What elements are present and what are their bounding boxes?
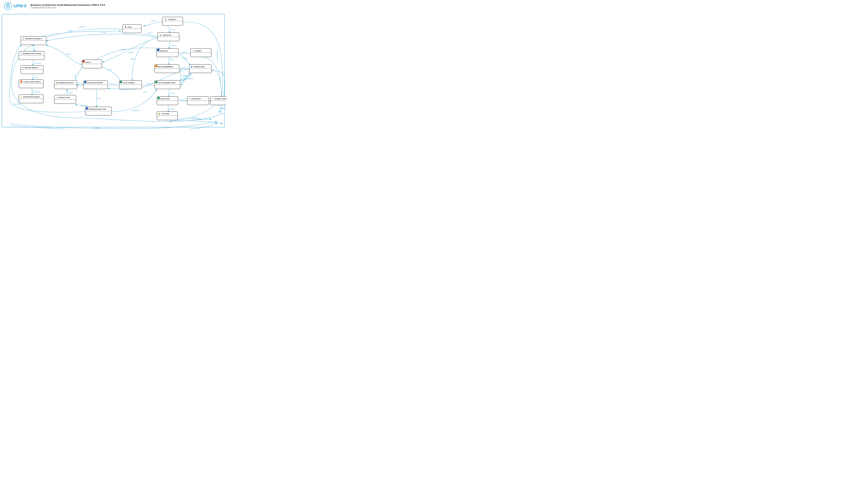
edge-label-contributes: contributes (219, 108, 225, 109)
svg-rect-45 (155, 80, 180, 89)
node-valprop-label: VALUE PROPOSITION (87, 82, 103, 84)
upmx-logo-icon (4, 2, 12, 10)
svg-rect-58 (86, 108, 88, 110)
edge-label-hasinstance-2: has Instance (33, 91, 40, 93)
svg-rect-28 (83, 60, 85, 62)
main-title: Business Architecture Guild Metamodel Ex… (31, 4, 105, 6)
node-bus-application[interactable]: 📊 BUSINESS APPLICATION (19, 51, 44, 60)
svg-rect-38 (120, 81, 122, 83)
edge-obj-buscap (46, 34, 159, 41)
header: UPM·X Business Architecture Guild Metamo… (0, 0, 226, 12)
edge-policy-buscap (46, 45, 84, 64)
edge-buscap-goal (46, 28, 125, 37)
edge-label-performs: Performs (223, 91, 224, 97)
edge-label-requires-top: requires (121, 49, 126, 50)
diagram-container: influences leads to leads to Achieves is… (0, 12, 226, 129)
edge-label-contains-pl: Contains (68, 92, 73, 93)
node-journey-stage[interactable]: ≡ JOURNEY STAGE (210, 96, 226, 105)
node-busprod-icon: 📦 (56, 82, 58, 84)
node-valuestream-label: VALUE STREAM (123, 82, 134, 84)
node-prodline-icon: 📋 (56, 96, 58, 98)
edge-label-part-in-2: participates in (132, 110, 140, 111)
node-busreq-label: BUS. REQUIREMENT (158, 66, 173, 68)
edge-objective-initiative (169, 41, 170, 49)
edge-outcome-defines (178, 120, 222, 124)
node-vss-label: VALUE STREAM STAGE (158, 82, 176, 84)
node-policy[interactable]: POLICY (82, 60, 102, 68)
node-outcome[interactable]: 🟢 OUTCOME (157, 112, 178, 120)
svg-rect-20 (21, 65, 43, 74)
node-journey[interactable]: ≡ JOURNEY (191, 49, 211, 57)
edge-policy-requires (94, 48, 159, 60)
edge-label-deliveredby-vi: delivered by (180, 99, 187, 101)
svg-rect-51 (187, 96, 209, 105)
node-value-stream[interactable]: VALUE STREAM (119, 80, 142, 89)
svg-rect-53 (210, 96, 226, 105)
node-stk-icon: 👤 (191, 66, 193, 68)
node-js-label: JOURNEY STAGE (214, 98, 226, 100)
edge-label-achieves: Achieves (171, 45, 177, 46)
svg-rect-55 (157, 112, 178, 120)
node-info-object[interactable]: 💡 INFORMATION OBJECT (19, 95, 43, 103)
node-strategy[interactable]: ♟ STRATEGY (162, 17, 183, 25)
node-busapp-label: BUSINESS APPLICATION (23, 53, 41, 54)
node-initiative-label: INITIATIVE (160, 50, 168, 52)
node-journey-icon: ≡ (192, 50, 193, 52)
svg-rect-22 (19, 79, 43, 88)
edge-label-defines: defines (170, 59, 174, 60)
node-vi-label: VALUE ITEM (160, 98, 169, 100)
edge-label-deliveredby-ou: delivered by (13, 103, 20, 105)
node-prodline-label: PRODUCT LINE (58, 97, 70, 98)
node-initiative[interactable]: INITIATIVE (157, 49, 178, 57)
node-objective-icon: ◎ (160, 34, 161, 36)
node-product-line[interactable]: 📋 PRODUCT LINE (54, 95, 76, 103)
svg-point-23 (20, 80, 22, 83)
node-touchpoint[interactable]: ✦ TOUCHPOINT (187, 96, 209, 105)
node-stk-label: STAKEHOLDER (193, 66, 205, 68)
node-bus-requirement[interactable]: BUS. REQUIREMENT (155, 64, 179, 73)
edge-label-enables: Enables (130, 58, 135, 59)
logo-text: UPM·X (14, 4, 27, 8)
edge-label-impacts-policy-vs: impacts (108, 69, 112, 71)
sub-title: Copyright 2023 by ins-pi inc (31, 6, 105, 9)
edge-label-leads-to-3: leads to (183, 58, 188, 59)
edge-label-consists-bottom: consists of (193, 117, 199, 118)
svg-rect-34 (84, 80, 108, 89)
node-value-proposition[interactable]: VALUE PROPOSITION (84, 80, 108, 89)
edge-label-hasinstance-1: has Instance (34, 62, 41, 64)
node-bus-capability[interactable]: 🏠 BUSINESS CAPABILITY (21, 36, 46, 45)
node-logical-data[interactable]: LOGICAL DATA OBJECT (19, 79, 43, 88)
svg-rect-14 (191, 49, 211, 57)
node-outcome-icon: 🟢 (159, 113, 160, 115)
edge-label-produces: produces (170, 93, 175, 94)
svg-point-1 (7, 4, 8, 5)
svg-rect-46 (155, 81, 158, 83)
edge-label-has-target-1: has target (100, 32, 106, 33)
node-objective[interactable]: ◎ OBJECTIVE (158, 33, 179, 41)
node-infoobj-label: INFORMATION OBJECT (23, 96, 40, 98)
node-map-app-service[interactable]: ⚙ MAP.APP SERVICE (21, 65, 43, 74)
svg-rect-7 (123, 24, 142, 33)
node-goal[interactable]: ⊠ GOAL (123, 24, 142, 33)
svg-rect-32 (54, 95, 76, 103)
svg-rect-43 (189, 64, 212, 73)
node-infoobj-icon: 💡 (20, 96, 22, 98)
svg-rect-35 (84, 81, 86, 83)
edge-obj-valuestream (132, 38, 159, 81)
node-stakeholder[interactable]: 👤 STAKEHOLDER (189, 64, 212, 73)
node-logdata-label: LOGICAL DATA OBJECT (23, 81, 41, 83)
node-value-stream-stage[interactable]: VALUE STREAM STAGE (155, 80, 180, 89)
svg-rect-57 (85, 107, 112, 115)
node-strategy-label: STRATEGY (168, 19, 177, 20)
svg-rect-37 (119, 80, 142, 89)
node-value-item[interactable]: VALUE ITEM (157, 96, 178, 105)
edge-label-deliveredby-vp: delivered by (109, 83, 116, 85)
edge-label-leads-to-2: leads to (148, 32, 153, 34)
node-objective-label: OBJECTIVE (163, 34, 171, 36)
node-bus-product[interactable]: 📦 BUSINESS PRODUCT (54, 80, 77, 89)
edge-label-consistsof-vi: consists of (169, 108, 175, 110)
edge-label-achieves-bottom: Achieves (94, 127, 100, 129)
edge-label-influence: influence (74, 74, 76, 80)
svg-rect-12 (157, 49, 159, 51)
node-org-unit[interactable]: ORGANIZATIONAL UNIT (85, 107, 112, 115)
